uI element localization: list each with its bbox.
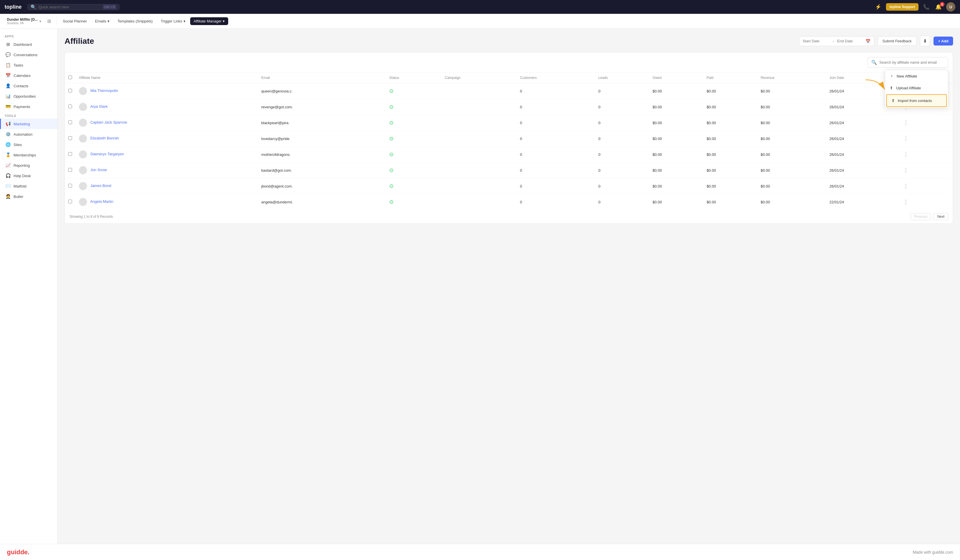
sidebar-item-reporting[interactable]: 📈 Reporting — [0, 160, 58, 171]
search-bar[interactable]: 🔍 Ctrl + K — [27, 4, 120, 10]
avatar[interactable]: U — [946, 2, 955, 11]
sidebar-item-marketing[interactable]: 📢 Marketing — [0, 119, 58, 129]
add-button[interactable]: + Add — [933, 37, 953, 45]
sidebar-item-contacts[interactable]: 👤 Contacts — [0, 81, 58, 91]
download-button[interactable]: ⬇ — [920, 36, 930, 46]
date-range-picker[interactable]: → 📅 — [799, 36, 874, 46]
lightning-icon[interactable]: ⚡ — [874, 3, 883, 11]
row-more-button[interactable]: ⋮ — [901, 198, 911, 206]
row-checkbox[interactable] — [68, 136, 72, 140]
affiliate-leads-cell: 0 — [595, 147, 649, 162]
end-date-input[interactable] — [837, 39, 863, 43]
search-input[interactable] — [38, 5, 101, 9]
affiliate-name-link[interactable]: Elizabeth Bennet — [90, 136, 119, 140]
row-checkbox-cell[interactable] — [65, 83, 75, 99]
affiliate-email-cell: lovedarcy@pride. — [258, 131, 386, 147]
top-navigation: topline 🔍 Ctrl + K ⚡ topline Support 📞 🔔… — [0, 0, 960, 14]
row-checkbox-cell[interactable] — [65, 162, 75, 178]
select-all-checkbox[interactable] — [68, 75, 72, 79]
layout-icon[interactable]: ⊞ — [46, 17, 52, 25]
nav-affiliate-manager[interactable]: Affiliate Manager ▾ — [190, 17, 228, 25]
row-more-button[interactable]: ⋮ — [901, 182, 911, 190]
row-checkbox-cell[interactable] — [65, 115, 75, 131]
row-checkbox[interactable] — [68, 120, 72, 124]
col-affiliate-name: Affiliate Name — [75, 73, 258, 83]
affiliate-name-link[interactable]: Captain Jack Sparrow — [90, 120, 127, 125]
submit-feedback-button[interactable]: Submit Feedback — [878, 36, 917, 46]
sidebar-item-helpdesk[interactable]: 🎧 Help Desk — [0, 171, 58, 181]
row-checkbox-cell[interactable] — [65, 178, 75, 194]
nav-emails[interactable]: Emails ▾ — [92, 17, 113, 25]
mailfold-icon: ✉️ — [5, 184, 11, 189]
nav-social-planner[interactable]: Social Planner — [59, 17, 90, 25]
row-more-button[interactable]: ⋮ — [901, 150, 911, 159]
affiliate-name-link[interactable]: Arya Stark — [90, 104, 108, 109]
affiliate-search-input[interactable] — [879, 60, 944, 64]
affiliate-revenue-cell: $0.00 — [757, 162, 826, 178]
status-active-icon: ⊙ — [389, 88, 394, 94]
contacts-icon: 👤 — [5, 83, 11, 88]
table-toolbar: 🔍 — [65, 53, 953, 73]
affiliate-name-link[interactable]: Mia Thermopolis — [90, 88, 118, 93]
sidebar-item-opportunities[interactable]: 📊 Opportunities — [0, 91, 58, 101]
affiliate-leads-cell: 0 — [595, 99, 649, 115]
row-checkbox-cell[interactable] — [65, 194, 75, 210]
table-search-bar[interactable]: 🔍 — [867, 57, 948, 68]
phone-icon[interactable]: 📞 — [922, 3, 931, 11]
row-checkbox-cell[interactable] — [65, 131, 75, 147]
affiliate-name-link[interactable]: James Bond — [90, 184, 111, 188]
affiliate-actions-cell: ⋮ — [898, 131, 953, 147]
sidebar-item-calendars[interactable]: 📅 Calendars — [0, 70, 58, 81]
helpdesk-icon: 🎧 — [5, 173, 11, 178]
affiliate-campaign-cell — [442, 83, 517, 99]
status-active-icon: ⊙ — [389, 104, 394, 110]
row-checkbox[interactable] — [68, 104, 72, 108]
select-all-header[interactable] — [65, 73, 75, 83]
affiliate-name-link[interactable]: Daenerys Targaryen — [90, 152, 124, 156]
notification-bell[interactable]: 🔔 6 — [934, 4, 943, 10]
sidebar-item-automation[interactable]: ⚙️ Automation — [0, 129, 58, 139]
row-more-button[interactable]: ⋮ — [901, 166, 911, 174]
sidebar-item-payments[interactable]: 💳 Payments — [0, 101, 58, 112]
row-checkbox[interactable] — [68, 89, 72, 93]
next-button[interactable]: Next — [933, 213, 948, 220]
status-active-icon: ⊙ — [389, 199, 394, 205]
dropdown-import-contacts[interactable]: ⬆ Import from contacts — [886, 94, 947, 107]
row-checkbox-cell[interactable] — [65, 147, 75, 162]
affiliate-name-link[interactable]: Jon Snow — [90, 168, 107, 172]
sidebar-item-sites[interactable]: 🌐 Sites — [0, 139, 58, 150]
sidebar-item-tasks[interactable]: 📋 Tasks — [0, 60, 58, 70]
affiliate-name-link[interactable]: Angela Martin — [90, 199, 113, 204]
table-row: Jon Snow bastard@got.com. ⊙ 0 0 $0.00 $0… — [65, 162, 953, 178]
affiliate-owed-cell: $0.00 — [649, 162, 703, 178]
row-checkbox[interactable] — [68, 152, 72, 156]
sidebar-item-conversations[interactable]: 💬 Conversations — [0, 50, 58, 60]
start-date-input[interactable] — [803, 39, 829, 43]
affiliate-name-cell: Elizabeth Bennet — [75, 131, 258, 147]
workspace-selector[interactable]: Dunder Mifflin [D... Scranton, PA ▾ — [5, 16, 45, 27]
affiliate-joindate-cell: 26/01/24 — [826, 178, 898, 194]
dropdown-upload-affiliate[interactable]: ⬆ Upload Affiliate — [885, 82, 948, 94]
sidebar-item-memberships[interactable]: 🏅 Memberships — [0, 150, 58, 160]
affiliate-actions-cell: ⋮ — [898, 194, 953, 210]
row-more-button[interactable]: ⋮ — [901, 134, 911, 143]
status-active-icon: ⊙ — [389, 120, 394, 126]
row-checkbox[interactable] — [68, 200, 72, 203]
previous-button[interactable]: Previous — [910, 213, 931, 220]
support-button[interactable]: topline Support — [886, 3, 918, 11]
affiliate-leads-cell: 0 — [595, 194, 649, 210]
sidebar-item-dashboard[interactable]: ⊞ Dashboard — [0, 39, 58, 50]
import-icon: ⬆ — [891, 98, 895, 103]
nav-templates[interactable]: Templates (Snippets) — [114, 17, 156, 25]
affiliate-joindate-cell: 26/01/24 — [826, 147, 898, 162]
row-checkbox[interactable] — [68, 168, 72, 172]
opportunities-icon: 📊 — [5, 94, 11, 99]
row-checkbox[interactable] — [68, 184, 72, 187]
row-more-button[interactable]: ⋮ — [901, 118, 911, 127]
sidebar-item-mailfold[interactable]: ✉️ Mailfold — [0, 181, 58, 191]
sites-icon: 🌐 — [5, 142, 11, 147]
nav-trigger-links[interactable]: Trigger Links ▾ — [157, 17, 189, 25]
row-checkbox-cell[interactable] — [65, 99, 75, 115]
dropdown-new-affiliate[interactable]: ＋ New Affiliate — [885, 70, 948, 82]
sidebar-item-butler[interactable]: 🤵 Butler — [0, 191, 58, 202]
